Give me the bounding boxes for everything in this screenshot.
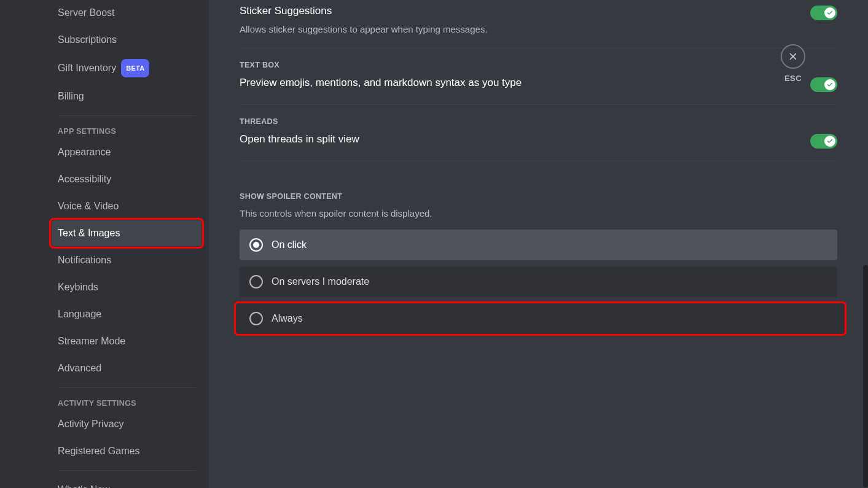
spoiler-option-moderate[interactable]: On servers I moderate bbox=[240, 266, 837, 297]
sidebar-item-accessibility[interactable]: Accessibility bbox=[52, 166, 201, 192]
toggle-preview-markdown[interactable] bbox=[810, 77, 837, 92]
setting-title-sticker: Sticker Suggestions bbox=[240, 5, 488, 17]
section-desc-spoiler: This controls when spoiler content is di… bbox=[240, 208, 837, 219]
settings-content: Sticker Suggestions Allows sticker sugge… bbox=[209, 0, 868, 488]
sidebar-item-label: Server Boost bbox=[58, 5, 114, 21]
sidebar-item-voice-video[interactable]: Voice & Video bbox=[52, 193, 201, 219]
toggle-threads-split-view[interactable] bbox=[810, 134, 837, 149]
sidebar-item-server-boost[interactable]: Server Boost bbox=[52, 0, 201, 26]
sidebar-item-billing[interactable]: Billing bbox=[52, 83, 201, 109]
sidebar-item-notifications[interactable]: Notifications bbox=[52, 247, 201, 273]
radio-icon bbox=[249, 312, 263, 325]
sidebar-item-label: Activity Privacy bbox=[58, 416, 124, 432]
esc-label: ESC bbox=[784, 74, 802, 83]
scrollbar-thumb[interactable] bbox=[863, 265, 868, 487]
sidebar-item-label: Billing bbox=[58, 88, 84, 104]
sidebar-item-streamer-mode[interactable]: Streamer Mode bbox=[52, 328, 201, 354]
sidebar-header-app: APP SETTINGS bbox=[52, 122, 201, 139]
close-settings-button[interactable]: ESC bbox=[781, 44, 805, 83]
sidebar-item-label: Gift Inventory bbox=[58, 60, 116, 76]
sidebar-item-label: Text & Images bbox=[58, 225, 120, 241]
sidebar-item-label: Subscriptions bbox=[58, 32, 117, 48]
beta-badge: BETA bbox=[121, 59, 149, 77]
toggle-sticker-suggestions[interactable] bbox=[810, 6, 837, 20]
sidebar-item-label: What's New bbox=[58, 482, 110, 488]
check-icon bbox=[824, 136, 835, 147]
sidebar-item-label: Keybinds bbox=[58, 279, 98, 295]
spoiler-option-always[interactable]: Always bbox=[236, 303, 845, 334]
close-icon bbox=[781, 44, 805, 69]
sidebar-divider bbox=[58, 387, 195, 388]
sidebar-item-appearance[interactable]: Appearance bbox=[52, 139, 201, 165]
radio-label: On click bbox=[272, 239, 307, 250]
section-header-threads: THREADS bbox=[240, 117, 837, 126]
sidebar-divider bbox=[58, 115, 195, 116]
spoiler-option-on-click[interactable]: On click bbox=[240, 230, 837, 260]
radio-icon bbox=[249, 275, 263, 289]
section-header-textbox: TEXT BOX bbox=[240, 61, 837, 69]
sidebar-item-subscriptions[interactable]: Subscriptions bbox=[52, 27, 201, 53]
sidebar-item-label: Advanced bbox=[58, 360, 101, 376]
check-icon bbox=[824, 7, 835, 18]
sidebar-item-label: Notifications bbox=[58, 252, 111, 268]
sidebar-item-label: Voice & Video bbox=[58, 198, 119, 214]
setting-title-preview: Preview emojis, mentions, and markdown s… bbox=[240, 77, 522, 89]
check-icon bbox=[824, 79, 835, 90]
radio-label: On servers I moderate bbox=[272, 276, 369, 287]
sidebar-item-keybinds[interactable]: Keybinds bbox=[52, 274, 201, 300]
sidebar-item-activity-privacy[interactable]: Activity Privacy bbox=[52, 411, 201, 437]
sidebar-item-gift-inventory[interactable]: Gift InventoryBETA bbox=[52, 54, 201, 82]
sidebar-item-registered-games[interactable]: Registered Games bbox=[52, 438, 201, 464]
sidebar-item-text-images[interactable]: Text & Images bbox=[52, 220, 201, 246]
section-header-spoiler: SHOW SPOILER CONTENT bbox=[240, 192, 837, 201]
sidebar-item-label: Accessibility bbox=[58, 171, 111, 187]
sidebar-item-label: Registered Games bbox=[58, 443, 139, 459]
sidebar-item-label: Language bbox=[58, 306, 101, 322]
radio-label: Always bbox=[272, 313, 303, 324]
sidebar-header-activity: ACTIVITY SETTINGS bbox=[52, 394, 201, 411]
sidebar-item-label: Streamer Mode bbox=[58, 333, 125, 349]
sidebar-divider bbox=[58, 470, 195, 471]
sidebar-item-whats-new[interactable]: What's New bbox=[52, 477, 201, 488]
setting-title-threads: Open threads in split view bbox=[240, 133, 359, 145]
sidebar-item-language[interactable]: Language bbox=[52, 301, 201, 327]
setting-desc-sticker: Allows sticker suggestions to appear whe… bbox=[240, 23, 488, 36]
settings-sidebar: Server BoostSubscriptionsGift InventoryB… bbox=[0, 0, 209, 488]
sidebar-item-advanced[interactable]: Advanced bbox=[52, 355, 201, 381]
sidebar-item-label: Appearance bbox=[58, 144, 111, 160]
radio-selected-icon bbox=[249, 238, 263, 252]
